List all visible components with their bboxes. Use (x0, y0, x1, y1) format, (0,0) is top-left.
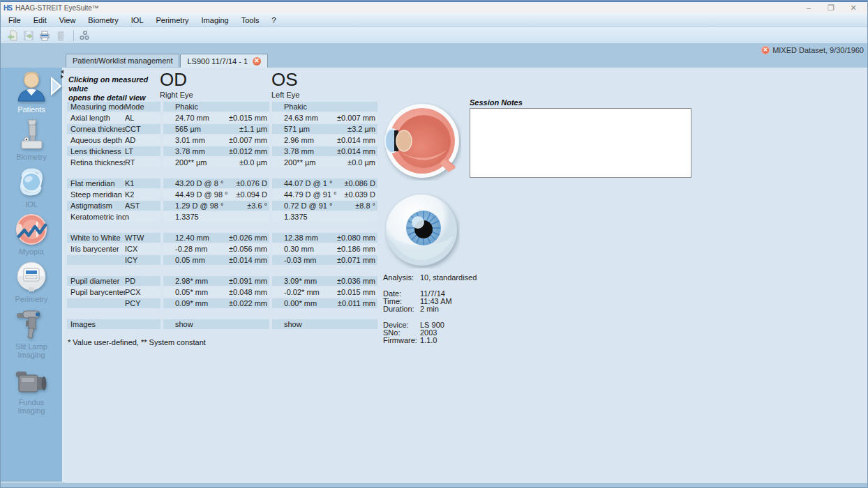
measurement-row: Iris barycenterICX-0.28 mm±0.056 mm0.30 … (67, 244, 377, 254)
os-uncertainty-value[interactable]: ±0.014 mm (337, 135, 377, 145)
od-measured-value[interactable]: 24.70 mm (163, 113, 229, 123)
close-button[interactable]: ✕ (842, 3, 865, 13)
od-uncertainty-value[interactable]: ±0.056 mm (229, 244, 269, 254)
os-uncertainty-value[interactable]: ±0.014 mm (337, 146, 377, 156)
od-measured-value[interactable]: 0.09* mm (163, 298, 229, 308)
os-uncertainty-value[interactable]: ±0.0 µm (347, 158, 377, 167)
os-uncertainty-value[interactable]: ±0.071 mm (337, 255, 377, 265)
od-uncertainty-value[interactable]: ±0.0 µm (239, 158, 269, 167)
sidebar-item-perimetry[interactable]: Perimetry (1, 259, 62, 303)
os-measured-value[interactable]: 3.09* mm (272, 276, 337, 286)
os-measured-value[interactable]: 2.96 mm (272, 135, 337, 145)
od-uncertainty-value[interactable]: ±0.007 mm (229, 135, 269, 145)
os-measured-value[interactable]: Phakic (272, 102, 375, 112)
os-uncertainty-value[interactable]: ±0.039 D (344, 190, 377, 199)
menu-view[interactable]: View (53, 15, 82, 26)
menu-imaging[interactable]: Imaging (195, 15, 235, 26)
os-measured-value[interactable]: 0.72 D @ 91 ° (272, 201, 355, 211)
measurement-row: Aqueous depthAD3.01 mm±0.007 mm2.96 mm±0… (67, 135, 377, 145)
os-uncertainty-value[interactable]: ±0.007 mm (337, 113, 377, 123)
biometry-icon (14, 117, 49, 152)
os-measured-value[interactable]: 0.00* mm (272, 298, 338, 308)
od-uncertainty-value[interactable]: ±3.6 ° (247, 201, 269, 211)
od-uncertainty-value[interactable]: ±0.012 mm (229, 146, 269, 156)
minimize-button[interactable]: – (798, 3, 820, 13)
os-measured-value[interactable]: 44.07 D @ 1 ° (272, 178, 344, 188)
menu-iol[interactable]: IOL (125, 15, 150, 26)
tab-close-icon[interactable]: ✕ (253, 57, 261, 66)
od-measured-value[interactable]: 43.20 D @ 8 ° (163, 178, 236, 188)
settings-dots-icon[interactable] (77, 29, 91, 42)
analysis-info: Analysis:10, standardisedDate:11/7/14Tim… (383, 274, 477, 353)
os-measured-value[interactable]: 3.78 mm (272, 146, 337, 156)
os-measured-value[interactable]: 24.63 mm (272, 113, 337, 123)
od-measured-value[interactable]: 200** µm (163, 158, 239, 167)
os-uncertainty-value[interactable]: ±3.2 µm (347, 124, 377, 134)
od-uncertainty-value[interactable]: ±0.014 mm (229, 255, 269, 265)
od-measured-value[interactable]: 12.40 mm (163, 233, 229, 243)
sidebar-item-slit-lamp[interactable]: Slit Lamp Imaging (1, 307, 62, 359)
od-measured-value[interactable]: 44.49 D @ 98 ° (163, 190, 236, 199)
od-uncertainty-value[interactable]: ±0.022 mm (229, 298, 269, 308)
sidebar-item-biometry[interactable]: Biometry (1, 117, 62, 161)
hint-text: Clicking on measured value opens the det… (68, 75, 166, 102)
menu-tools[interactable]: Tools (235, 15, 266, 26)
measurement-row: Measuring modeModePhakicPhakic (67, 102, 377, 112)
mode-code: CCT (125, 124, 160, 134)
os-measured-value[interactable]: 200** µm (272, 158, 347, 167)
session-notes-input[interactable] (470, 108, 691, 178)
od-uncertainty-value[interactable]: ±0.026 mm (229, 233, 269, 243)
menu-?[interactable]: ? (265, 15, 282, 26)
od-uncertainty-value[interactable]: ±0.094 D (236, 190, 269, 199)
od-measured-value[interactable]: 1.3375 (163, 212, 267, 222)
save-icon[interactable] (22, 29, 36, 42)
tab-ls900-session[interactable]: LS900 11/7/14 - 1✕ (180, 54, 268, 68)
sidebar-item-fundus[interactable]: Fundus Imaging (1, 363, 62, 415)
print-icon[interactable] (38, 29, 52, 42)
os-uncertainty-value[interactable]: ±0.015 mm (337, 287, 377, 297)
os-uncertainty-value[interactable]: ±0.080 mm (337, 233, 377, 243)
menu-file[interactable]: File (2, 15, 27, 26)
od-measured-value[interactable]: 3.01 mm (163, 135, 229, 145)
od-measured-value[interactable]: 3.78 mm (163, 146, 229, 156)
os-measured-value[interactable]: 12.38 mm (272, 233, 337, 243)
mode-code: ICX (125, 244, 160, 254)
measurement-row: Imagesshowshow (67, 319, 377, 329)
od-measured-value[interactable]: -0.28 mm (163, 244, 229, 254)
os-measured-value[interactable]: 571 µm (272, 124, 347, 134)
os-measured-value[interactable]: -0.03 mm (272, 255, 337, 265)
tab-patient-worklist[interactable]: Patient/Worklist management (66, 54, 179, 67)
od-measured-value[interactable]: Phakic (163, 102, 267, 112)
import-icon[interactable] (6, 29, 20, 42)
os-measured-value[interactable]: 44.79 D @ 91 ° (272, 190, 344, 199)
od-uncertainty-value[interactable]: ±0.015 mm (229, 113, 269, 123)
os-uncertainty-value[interactable]: ±0.011 mm (338, 298, 377, 308)
os-uncertainty-value[interactable]: ±0.186 mm (337, 244, 377, 254)
os-measured-value[interactable]: 0.30 mm (272, 244, 337, 254)
show-images-link-od[interactable]: show (163, 319, 267, 329)
od-measured-value[interactable]: 565 µm (163, 124, 239, 134)
od-measured-value[interactable]: 2.98* mm (163, 276, 229, 286)
od-uncertainty-value[interactable]: ±0.091 mm (229, 276, 269, 286)
od-measured-value[interactable]: 0.05* mm (163, 287, 229, 297)
delete-icon[interactable] (54, 29, 68, 42)
menu-edit[interactable]: Edit (27, 15, 53, 26)
show-images-link-os[interactable]: show (272, 319, 375, 329)
menu-perimetry[interactable]: Perimetry (150, 15, 195, 26)
os-measured-value[interactable]: -0.02* mm (272, 287, 337, 297)
os-measured-value[interactable]: 1.3375 (272, 212, 375, 222)
od-measured-value[interactable]: 0.05 mm (163, 255, 229, 265)
os-uncertainty-value[interactable]: ±8.8 ° (355, 201, 377, 211)
maximize-button[interactable]: ❐ (820, 3, 842, 13)
sidebar-item-label: Myopia (6, 247, 57, 256)
sidebar-item-iol[interactable]: IOL (1, 165, 62, 208)
od-uncertainty-value[interactable]: ±0.048 mm (229, 287, 269, 297)
od-measured-value[interactable]: 1.29 D @ 98 ° (163, 201, 247, 211)
menu-biometry[interactable]: Biometry (82, 15, 124, 26)
sidebar-item-myopia[interactable]: Myopia (1, 212, 62, 256)
os-uncertainty-value[interactable]: ±0.036 mm (337, 276, 377, 286)
od-uncertainty-value[interactable]: ±1.1 µm (239, 124, 269, 134)
expand-panel-arrow-icon[interactable] (50, 77, 63, 96)
od-uncertainty-value[interactable]: ±0.076 D (236, 178, 269, 188)
os-uncertainty-value[interactable]: ±0.086 D (344, 178, 377, 188)
